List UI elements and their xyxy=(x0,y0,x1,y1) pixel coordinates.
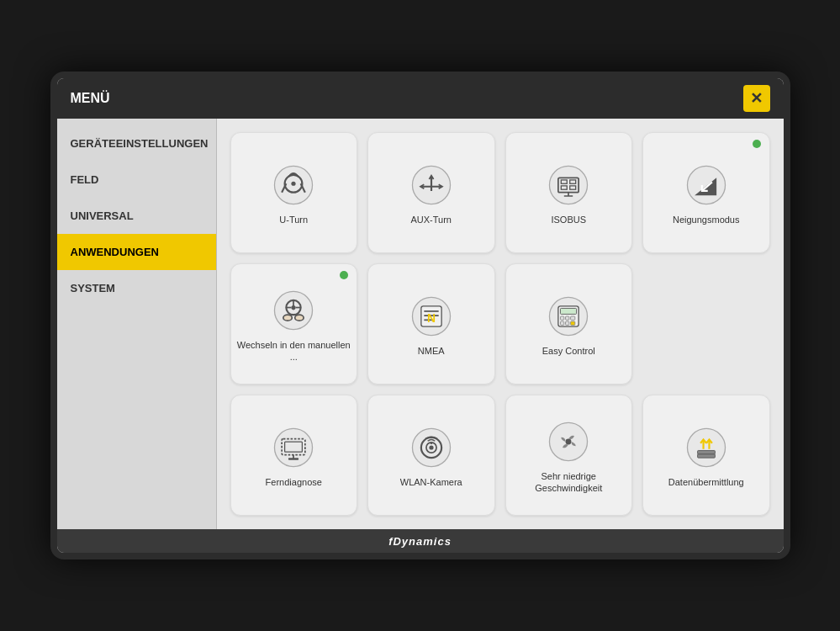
screen-inner: MENÜ ✕ GERÄTEEINSTELLUNGEN FELD UNIVERSA… xyxy=(57,78,784,553)
svg-rect-55 xyxy=(697,450,715,453)
neigungsmodus-label: Neigungsmodus xyxy=(673,214,740,225)
isobus-icon xyxy=(545,162,592,209)
svg-text:N: N xyxy=(427,311,436,325)
wechseln-status-dot xyxy=(340,271,348,279)
easycontrol-label: Easy Control xyxy=(542,345,595,357)
brand-label: fDynamics xyxy=(388,535,452,548)
close-button[interactable]: ✕ xyxy=(743,85,770,112)
svg-point-4 xyxy=(292,182,296,186)
tile-neigungsmodus[interactable]: Neigungsmodus xyxy=(642,132,770,253)
neigungsmodus-status-dot xyxy=(753,140,761,148)
tile-uturn[interactable]: U-Turn xyxy=(230,132,358,253)
svg-rect-41 xyxy=(571,321,575,325)
auxturn-label: AUX-Turn xyxy=(411,214,452,225)
sidebar-item-universal[interactable]: UNIVERSAL xyxy=(57,198,216,234)
svg-rect-37 xyxy=(566,316,569,320)
wlankamera-label: WLAN-Kamera xyxy=(400,476,462,488)
geschwindigkeit-label: Sehr niedrige Geschwindigkeit xyxy=(511,470,627,495)
geschwindigkeit-icon xyxy=(545,418,592,465)
nmea-label: NMEA xyxy=(418,345,445,357)
svg-rect-39 xyxy=(561,321,564,325)
isobus-label: ISOBUS xyxy=(551,214,586,225)
bottom-bar: fDynamics xyxy=(57,529,784,553)
svg-point-8 xyxy=(550,166,588,204)
menu-title: MENÜ xyxy=(71,91,110,106)
svg-point-26 xyxy=(295,315,304,321)
svg-point-19 xyxy=(275,291,313,329)
svg-point-16 xyxy=(687,166,725,204)
screen-outer: MENÜ ✕ GERÄTEEINSTELLUNGEN FELD UNIVERSA… xyxy=(50,72,790,559)
svg-rect-40 xyxy=(566,321,569,325)
uturn-icon xyxy=(270,162,317,209)
header-bar: MENÜ ✕ xyxy=(57,78,784,119)
svg-point-50 xyxy=(429,445,433,449)
tile-nmea[interactable]: N NMEA xyxy=(367,263,495,384)
sidebar-item-feld[interactable]: FELD xyxy=(57,162,216,198)
svg-rect-46 xyxy=(288,458,298,460)
svg-point-54 xyxy=(687,428,725,466)
main-grid: U-Turn xyxy=(217,119,784,529)
sidebar: GERÄTEEINSTELLUNGEN FELD UNIVERSAL ANWEN… xyxy=(57,119,217,529)
ferndiagnose-icon xyxy=(270,424,317,471)
uturn-label: U-Turn xyxy=(279,214,308,225)
wlankamera-icon xyxy=(408,424,455,471)
wechseln-icon xyxy=(270,287,317,334)
svg-rect-56 xyxy=(697,454,715,458)
svg-point-51 xyxy=(430,442,432,444)
tile-wechseln[interactable]: Wechseln in den manuellen ... xyxy=(230,263,358,384)
tile-datenuebermittlung[interactable]: Datenübermittlung xyxy=(642,395,770,516)
datenuebermittlung-icon xyxy=(683,424,730,471)
auxturn-icon xyxy=(408,162,455,209)
svg-point-25 xyxy=(283,315,292,321)
easycontrol-icon xyxy=(545,293,592,340)
svg-rect-35 xyxy=(561,308,577,314)
datenuebermittlung-label: Datenübermittlung xyxy=(668,476,744,488)
wechseln-label: Wechseln in den manuellen ... xyxy=(236,339,352,363)
svg-point-53 xyxy=(566,438,572,444)
svg-rect-36 xyxy=(561,316,564,320)
ferndiagnose-label: Ferndiagnose xyxy=(266,476,322,488)
sidebar-item-system[interactable]: SYSTEM xyxy=(57,270,216,306)
tile-isobus[interactable]: ISOBUS xyxy=(505,132,633,253)
svg-point-42 xyxy=(275,428,313,466)
tile-geschwindigkeit[interactable]: Sehr niedrige Geschwindigkeit xyxy=(505,395,633,516)
svg-rect-38 xyxy=(571,316,575,320)
tile-easycontrol[interactable]: Easy Control xyxy=(505,263,633,384)
nmea-icon: N xyxy=(408,293,455,340)
tile-wlankamera[interactable]: WLAN-Kamera xyxy=(367,395,495,516)
neigungsmodus-icon xyxy=(683,162,730,209)
tile-ferndiagnose[interactable]: Ferndiagnose xyxy=(230,395,358,516)
sidebar-item-anwendungen[interactable]: ANWENDUNGEN xyxy=(57,234,216,270)
content-area: GERÄTEEINSTELLUNGEN FELD UNIVERSAL ANWEN… xyxy=(57,119,784,529)
tile-auxturn[interactable]: AUX-Turn xyxy=(367,132,495,253)
sidebar-item-geraeteeinstellungen[interactable]: GERÄTEEINSTELLUNGEN xyxy=(57,125,216,162)
